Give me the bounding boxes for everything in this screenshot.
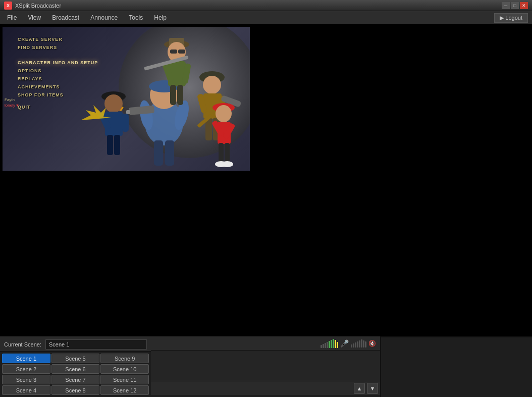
svg-point-38: [216, 105, 232, 122]
menu-file[interactable]: File: [2, 13, 22, 23]
volume-icon: 🔇: [368, 340, 376, 347]
main-preview-area: CREATE SERVER FIND SERVERS CHARACTER INF…: [0, 24, 532, 336]
menu-view[interactable]: View: [23, 13, 46, 23]
bar2-1: [351, 344, 352, 348]
tf2-characters-svg: [3, 27, 250, 171]
scene-button-11[interactable]: Scene 12: [100, 385, 149, 395]
maximize-button[interactable]: □: [511, 2, 519, 9]
svg-point-22: [203, 76, 221, 94]
svg-rect-35: [107, 135, 113, 155]
bar2-4: [357, 341, 358, 348]
current-scene-input[interactable]: [45, 339, 147, 350]
meter-group-2: [351, 339, 366, 348]
svg-point-45: [221, 161, 233, 167]
game-preview: CREATE SERVER FIND SERVERS CHARACTER INF…: [3, 27, 250, 171]
scenes-grid: Scene 1 Scene 5 Scene 9 Scene 2 Scene 6 …: [0, 352, 151, 397]
svg-point-30: [104, 94, 123, 113]
minimize-button[interactable]: ─: [502, 2, 510, 9]
bar-1: [321, 345, 322, 348]
volume-bars-2: [351, 339, 366, 348]
title-bar: X XSplit Broadcaster ─ □ ✕: [0, 0, 532, 11]
menu-broadcast[interactable]: Broadcast: [47, 13, 84, 23]
bottom-area: Scene Sources:: [0, 336, 532, 397]
bar-8: [335, 340, 336, 348]
move-down-button[interactable]: ▼: [367, 383, 378, 394]
svg-rect-5: [154, 140, 163, 166]
scene-button-4[interactable]: Scene 6: [51, 364, 100, 374]
bar-5: [329, 341, 330, 348]
bar-4: [327, 342, 328, 348]
svg-rect-6: [165, 140, 174, 166]
svg-rect-43: [225, 143, 230, 163]
svg-rect-36: [114, 135, 120, 155]
svg-rect-14: [178, 49, 185, 54]
close-button[interactable]: ✕: [520, 2, 528, 9]
svg-rect-42: [219, 143, 224, 163]
svg-rect-13: [170, 49, 177, 54]
bar-6: [331, 340, 332, 348]
scenes-header: Current Scene:: [0, 337, 151, 352]
menu-announce[interactable]: Announce: [85, 13, 123, 23]
scene-button-3[interactable]: Scene 2: [2, 364, 50, 374]
scene-button-1[interactable]: Scene 5: [51, 354, 100, 363]
scene-button-9[interactable]: Scene 4: [2, 385, 50, 395]
bar-2: [323, 344, 324, 348]
scene-button-5[interactable]: Scene 10: [100, 364, 149, 374]
logout-button[interactable]: ▶ Logout: [494, 13, 528, 23]
bar-9: [337, 342, 338, 348]
menu-bar: File View Broadcast Announce Tools Help: [0, 11, 532, 24]
scene-button-7[interactable]: Scene 7: [51, 375, 100, 384]
scene-button-6[interactable]: Scene 3: [2, 375, 50, 384]
scenes-label: Current Scene:: [4, 341, 41, 348]
tf2-background: CREATE SERVER FIND SERVERS CHARACTER INF…: [3, 27, 250, 171]
scenes-panel: Current Scene: Scene 1 Scene 5 Scene 9 S…: [0, 337, 151, 397]
scene-button-0[interactable]: Scene 1: [2, 354, 50, 363]
bar2-8: [365, 341, 366, 348]
meter-group-1: [321, 339, 338, 348]
app-title: XSplit Broadcaster: [15, 3, 502, 9]
bar2-2: [353, 343, 354, 348]
svg-rect-8: [126, 110, 130, 114]
svg-rect-20: [177, 85, 183, 105]
tf2-demo-char: [81, 91, 129, 155]
scene-button-2[interactable]: Scene 9: [100, 354, 149, 363]
app-icon: X: [4, 2, 12, 10]
bar-3: [325, 343, 326, 348]
svg-rect-19: [170, 85, 176, 105]
top-right-area: ▶ Logout: [494, 11, 532, 24]
move-up-button[interactable]: ▲: [354, 383, 365, 394]
bar2-7: [363, 340, 364, 348]
menu-help[interactable]: Help: [149, 13, 172, 23]
bar2-5: [359, 340, 360, 348]
preview-area: CREATE SERVER FIND SERVERS CHARACTER INF…: [0, 24, 532, 336]
bar-7: [333, 339, 334, 348]
bar2-6: [361, 339, 362, 348]
menu-tools[interactable]: Tools: [124, 13, 148, 23]
microphone-icon: 🎤: [340, 339, 349, 348]
scene-button-10[interactable]: Scene 8: [51, 385, 100, 395]
scene-button-8[interactable]: Scene 11: [100, 375, 149, 384]
svg-rect-34: [122, 114, 129, 132]
bar2-3: [355, 342, 356, 348]
volume-bars-1: [321, 339, 338, 348]
window-controls: ─ □ ✕: [502, 2, 528, 9]
audio-meters: 🎤 🔇: [321, 339, 376, 348]
